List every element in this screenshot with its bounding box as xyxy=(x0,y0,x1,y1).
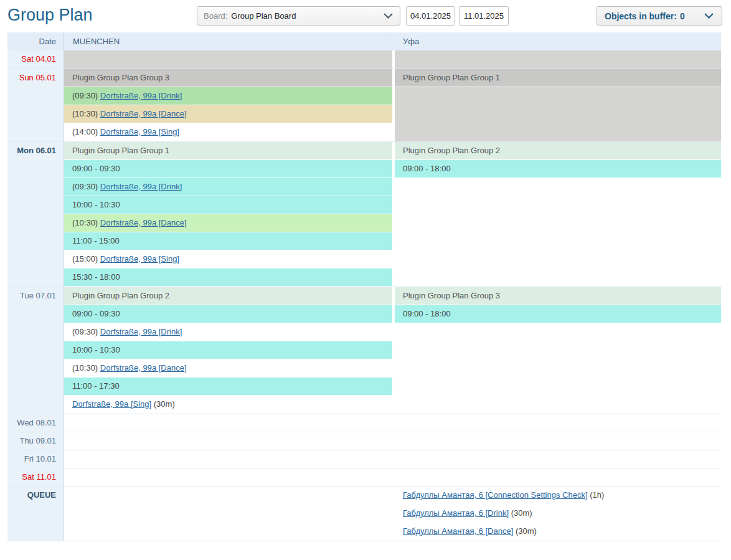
appointment-link[interactable]: Габдуллы Амантая, 6 [Drink] xyxy=(403,508,509,518)
date-label: Fri 10.01 xyxy=(7,450,64,468)
group-plan-table: Date MUENCHEN Уфа Sat 04.01Sun 05.01Plug… xyxy=(7,32,721,541)
column-header-ufa: Уфа xyxy=(392,32,721,50)
board-select-value: Group Plan Board xyxy=(231,11,383,21)
chevron-down-icon xyxy=(383,12,394,19)
time-slot[interactable]: 09:00 - 09:30 xyxy=(64,305,392,323)
plan-row-block: Wed 08.01 xyxy=(7,414,721,432)
ufa-day-cell xyxy=(392,468,721,486)
appointment-link[interactable]: Dorfstraße, 99a [Drink] xyxy=(100,182,182,191)
ufa-day-cell: Габдуллы Амантая, 6 [Connection Settings… xyxy=(392,486,721,541)
group-plan-header: Plugin Group Plan Group 2 xyxy=(64,287,392,305)
plan-row-block: Sat 04.01 xyxy=(7,50,721,69)
muenchen-day-cell: Plugin Group Plan Group 3(09:30) Dorfstr… xyxy=(64,69,392,141)
time-slot[interactable]: 11:00 - 15:00 xyxy=(64,232,392,250)
appointment-duration: (1h) xyxy=(588,490,605,500)
date-text: Thu 09.01 xyxy=(19,436,56,445)
appointment-link[interactable]: Dorfstraße, 99a [Sing] xyxy=(72,399,151,409)
appointment-row: (15:00) Dorfstraße, 99a [Sing] xyxy=(64,250,392,268)
ufa-day-cell: Plugin Group Plan Group 309:00 - 18:00 xyxy=(392,287,721,414)
toolbar: Group Plan Board: Group Plan Board Objec… xyxy=(0,0,731,32)
ufa-day-cell xyxy=(392,432,721,450)
plan-body: Sat 04.01Sun 05.01Plugin Group Plan Grou… xyxy=(7,50,721,541)
time-slot[interactable]: 10:00 - 10:30 xyxy=(64,341,392,359)
appointment-duration: (30m) xyxy=(513,526,537,536)
ufa-day-cell xyxy=(392,50,721,69)
plan-row-block: Mon 06.01Plugin Group Plan Group 109:00 … xyxy=(7,141,721,287)
ufa-day-cell: Plugin Group Plan Group 209:00 - 18:00 xyxy=(392,142,721,287)
appointment-row: (10:30) Dorfstraße, 99a [Dance] xyxy=(64,359,392,377)
board-select[interactable]: Board: Group Plan Board xyxy=(197,6,400,26)
date-text: Sun 05.01 xyxy=(19,73,56,82)
date-text: Fri 10.01 xyxy=(24,454,56,463)
appointment-time-prefix: (09:30) xyxy=(72,327,100,336)
date-text: Tue 07.01 xyxy=(20,291,56,300)
date-label: Thu 09.01 xyxy=(7,432,64,450)
buffer-count: 0 xyxy=(680,11,685,21)
appointment-link[interactable]: Dorfstraße, 99a [Dance] xyxy=(100,363,187,373)
plan-row-block: QUEUEГабдуллы Амантая, 6 [Connection Set… xyxy=(7,486,721,541)
group-plan-header: Plugin Group Plan Group 3 xyxy=(395,287,721,305)
date-label: Sat 04.01 xyxy=(7,50,64,69)
time-slot[interactable]: 09:00 - 18:00 xyxy=(395,305,721,323)
appointment-link[interactable]: Dorfstraße, 99a [Dance] xyxy=(100,218,187,227)
objects-in-buffer-button[interactable]: Objects in buffer: 0 xyxy=(597,6,722,26)
appointment-row: Габдуллы Амантая, 6 [Connection Settings… xyxy=(395,486,721,505)
appointment-link[interactable]: Габдуллы Амантая, 6 [Connection Settings… xyxy=(403,490,588,500)
appointment-time-prefix: (15:00) xyxy=(72,254,100,263)
appointment-row: Габдуллы Амантая, 6 [Dance] (30m) xyxy=(395,523,721,541)
appointment-time-prefix: (14:00) xyxy=(72,127,100,136)
appointment-row: Dorfstraße, 99a [Sing] (30m) xyxy=(64,396,392,414)
chevron-down-icon xyxy=(704,12,714,19)
appointment-row: (09:30) Dorfstraße, 99a [Drink] xyxy=(64,178,392,196)
column-header-date: Date xyxy=(7,32,64,50)
page-title: Group Plan xyxy=(7,6,93,25)
appointment-time-prefix: (10:30) xyxy=(72,363,100,373)
appointment-row: (10:30) Dorfstraße, 99a [Dance] xyxy=(64,214,392,232)
appointment-row: (14:00) Dorfstraße, 99a [Sing] xyxy=(64,123,392,141)
appointment-time-prefix: (09:30) xyxy=(72,91,100,100)
ufa-day-cell xyxy=(392,450,721,468)
appointment-link[interactable]: Dorfstraße, 99a [Drink] xyxy=(100,91,182,100)
time-slot[interactable]: 09:00 - 09:30 xyxy=(64,160,392,178)
buffer-label: Objects in buffer: xyxy=(605,11,677,21)
appointment-duration: (30m) xyxy=(151,399,175,409)
board-select-label: Board: xyxy=(204,11,227,21)
appointment-duration: (30m) xyxy=(509,508,532,518)
start-date-input[interactable] xyxy=(406,6,455,26)
appointment-link[interactable]: Dorfstraße, 99a [Drink] xyxy=(100,327,182,336)
appointment-link[interactable]: Габдуллы Амантая, 6 [Dance] xyxy=(403,526,513,536)
date-text: Mon 06.01 xyxy=(17,146,56,155)
appointment-time-prefix: (10:30) xyxy=(72,218,100,227)
appointment-row: (09:30) Dorfstraße, 99a [Drink] xyxy=(64,323,392,341)
muenchen-day-cell xyxy=(64,486,392,541)
muenchen-day-cell xyxy=(64,468,392,486)
appointment-link[interactable]: Dorfstraße, 99a [Sing] xyxy=(100,254,179,263)
date-label: Tue 07.01 xyxy=(7,287,64,414)
muenchen-day-cell: Plugin Group Plan Group 209:00 - 09:30(0… xyxy=(64,287,392,414)
group-plan-header: Plugin Group Plan Group 2 xyxy=(395,142,721,160)
date-text: Wed 08.01 xyxy=(17,418,56,427)
time-slot[interactable]: 11:00 - 17:30 xyxy=(64,377,392,396)
plan-row-block: Sat 11.01 xyxy=(7,468,721,486)
appointment-row: Габдуллы Амантая, 6 [Drink] (30m) xyxy=(395,505,721,523)
muenchen-day-cell xyxy=(64,432,392,450)
group-plan-header: Plugin Group Plan Group 1 xyxy=(64,142,392,160)
appointment-time-prefix: (09:30) xyxy=(72,182,100,191)
appointment-link[interactable]: Dorfstraße, 99a [Dance] xyxy=(100,109,187,118)
ufa-day-cell xyxy=(392,414,721,432)
time-slot[interactable]: 09:00 - 18:00 xyxy=(395,160,721,178)
time-slot[interactable]: 10:00 - 10:30 xyxy=(64,196,392,214)
muenchen-day-cell xyxy=(64,450,392,468)
date-text: Sat 04.01 xyxy=(21,54,56,64)
date-label: Wed 08.01 xyxy=(7,414,64,432)
plan-row-block: Thu 09.01 xyxy=(7,432,721,450)
date-label: Mon 06.01 xyxy=(7,142,64,287)
plan-row-block: Tue 07.01Plugin Group Plan Group 209:00 … xyxy=(7,287,721,414)
appointment-row: (09:30) Dorfstraße, 99a [Drink] xyxy=(64,87,392,105)
time-slot[interactable]: 15:30 - 18:00 xyxy=(64,268,392,287)
ufa-day-cell: Plugin Group Plan Group 1 xyxy=(392,69,721,141)
appointment-link[interactable]: Dorfstraße, 99a [Sing] xyxy=(100,127,179,136)
date-label: Sun 05.01 xyxy=(7,69,64,141)
end-date-input[interactable] xyxy=(459,6,509,26)
appointment-row: (10:30) Dorfstraße, 99a [Dance] xyxy=(64,105,392,123)
